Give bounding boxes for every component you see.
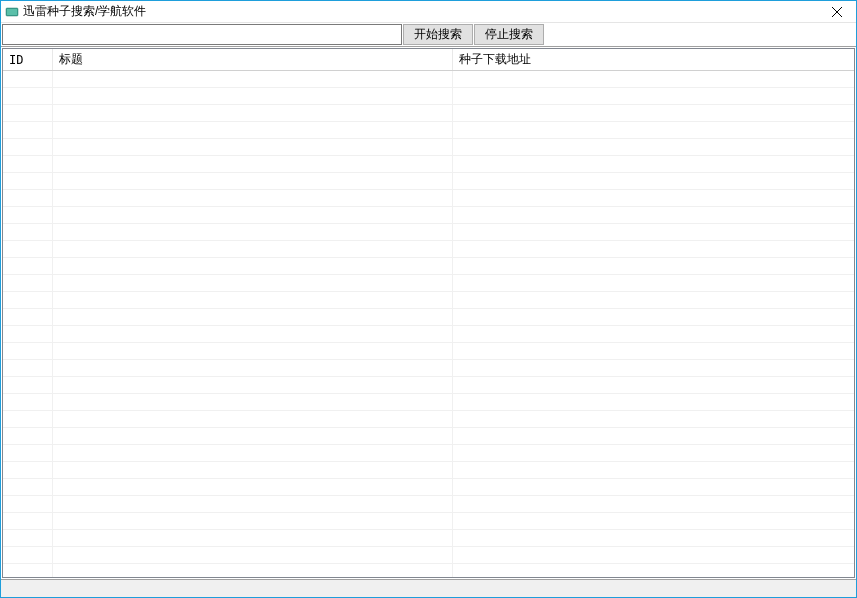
table-row[interactable] (3, 224, 854, 241)
svg-rect-1 (7, 9, 17, 15)
table-row[interactable] (3, 88, 854, 105)
table-row[interactable] (3, 173, 854, 190)
table-row[interactable] (3, 462, 854, 479)
table-row[interactable] (3, 139, 854, 156)
table-row[interactable] (3, 122, 854, 139)
table-row[interactable] (3, 241, 854, 258)
table-row[interactable] (3, 547, 854, 564)
table-row[interactable] (3, 190, 854, 207)
table-row[interactable] (3, 275, 854, 292)
table-body[interactable] (3, 71, 854, 577)
column-header-title[interactable]: 标题 (53, 49, 453, 70)
table-row[interactable] (3, 360, 854, 377)
table-row[interactable] (3, 292, 854, 309)
stop-search-button[interactable]: 停止搜索 (474, 24, 544, 45)
table-row[interactable] (3, 207, 854, 224)
table-row[interactable] (3, 258, 854, 275)
statusbar (1, 579, 856, 597)
toolbar: 开始搜索 停止搜索 (1, 23, 856, 47)
column-header-id[interactable]: ID (3, 49, 53, 70)
window-title: 迅雷种子搜索/学航软件 (23, 3, 822, 20)
titlebar: 迅雷种子搜索/学航软件 (1, 1, 856, 23)
table-row[interactable] (3, 377, 854, 394)
table-row[interactable] (3, 326, 854, 343)
table-header: ID 标题 种子下载地址 (3, 49, 854, 71)
table-row[interactable] (3, 428, 854, 445)
results-panel: ID 标题 种子下载地址 (2, 48, 855, 578)
table-row[interactable] (3, 513, 854, 530)
table-row[interactable] (3, 394, 854, 411)
table-row[interactable] (3, 156, 854, 173)
table-row[interactable] (3, 496, 854, 513)
table-row[interactable] (3, 564, 854, 577)
start-search-button[interactable]: 开始搜索 (403, 24, 473, 45)
table-row[interactable] (3, 411, 854, 428)
table-row[interactable] (3, 445, 854, 462)
app-icon (5, 5, 19, 19)
column-header-download[interactable]: 种子下载地址 (453, 49, 854, 70)
table-row[interactable] (3, 105, 854, 122)
table-row[interactable] (3, 530, 854, 547)
table-row[interactable] (3, 479, 854, 496)
table-row[interactable] (3, 343, 854, 360)
close-icon (832, 7, 842, 17)
table-row[interactable] (3, 71, 854, 88)
search-input[interactable] (2, 24, 402, 45)
close-button[interactable] (822, 2, 852, 22)
table-row[interactable] (3, 309, 854, 326)
app-window: 迅雷种子搜索/学航软件 开始搜索 停止搜索 ID 标题 种子下载地址 (0, 0, 857, 598)
